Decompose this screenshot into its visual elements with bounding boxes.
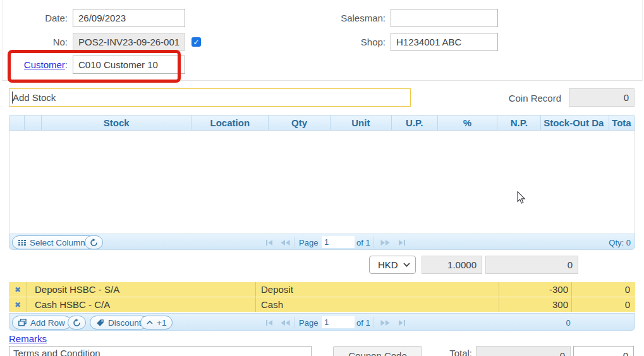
page-of-text: of 1 [356,238,370,247]
total-readonly-input [476,346,571,356]
prev-page-icon[interactable] [278,317,292,328]
add-row-label: Add Row [30,318,65,328]
currency-select[interactable]: HKD [369,256,416,274]
refresh-payments-button[interactable] [68,316,86,329]
payment-row[interactable]: ✖ Cash HSBC - C/A Cash 300 0 [9,297,635,312]
select-columns-button[interactable]: Select Columns [12,235,96,249]
column-header-blank1[interactable] [9,116,25,130]
pos-invoice-page: Date: No: ✓ Customer: Salesman: Shop: Co… [0,0,644,356]
column-header-total[interactable]: Tota [609,116,635,130]
payment-pager: Add Row Discount +1 Page of 1 0 [9,313,635,331]
payment-account-cell[interactable]: Cash HSBC - C/A [27,297,256,312]
date-label: Date: [13,13,68,23]
last-page-icon[interactable] [394,317,408,328]
last-page-icon[interactable] [394,237,408,248]
shop-label: Shop: [316,37,386,47]
page-number-input[interactable] [322,236,355,248]
first-page-icon[interactable] [263,237,277,248]
stock-grid-header: Stock Location Qty Unit U.P. % N.P. Stoc… [9,115,635,131]
column-header-blank2[interactable] [25,116,42,130]
currency-amount-input [485,256,578,274]
refresh-grid-button[interactable] [85,235,103,249]
add-row-icon [18,319,27,326]
discount-tag-icon [96,319,104,327]
discount-button[interactable]: Discount [90,316,148,329]
total-label: Total: [434,348,472,356]
column-header-stock-out-date[interactable]: Stock-Out Da [541,116,609,130]
plus-one-button[interactable]: +1 [140,316,173,329]
add-row-button[interactable]: Add Row [12,316,71,329]
payment-sum-text: 0 [553,318,583,328]
remarks-link[interactable]: Remarks [9,333,47,344]
salesman-input[interactable] [391,9,498,27]
text-caret [12,92,13,104]
invoice-no-input [73,33,185,51]
page-label: Page [299,238,318,247]
payment-amount2-cell[interactable]: 0 [572,282,635,297]
column-header-unit[interactable]: Unit [331,116,392,130]
column-header-np[interactable]: N.P. [497,116,541,130]
column-header-percent[interactable]: % [438,116,498,130]
coin-record-input [569,88,635,107]
payment-amount-cell[interactable]: 300 [499,297,572,312]
qty-summary: Qty: 0 [609,238,631,247]
refresh-icon [73,319,81,327]
page-number-input[interactable] [322,316,355,328]
next-page-icon[interactable] [378,237,392,248]
salesman-label: Salesman: [316,13,386,23]
payment-type-cell[interactable]: Cash [256,297,499,312]
prev-page-icon[interactable] [278,237,292,248]
column-header-stock[interactable]: Stock [42,116,192,130]
shop-input[interactable] [391,33,498,51]
delete-row-icon[interactable]: ✖ [9,282,27,297]
invoice-no-label: No: [13,37,68,47]
discount-label: Discount [108,318,142,328]
currency-value: HKD [378,259,398,270]
total-editable-input[interactable] [573,346,634,356]
column-header-qty[interactable]: Qty [269,116,331,130]
exchange-rate-input [422,256,482,274]
refresh-icon [90,239,98,247]
date-input[interactable] [73,9,185,27]
payment-amount-cell[interactable]: -300 [499,282,572,297]
chevron-down-icon [403,263,410,267]
auto-number-checkbox[interactable]: ✓ [191,37,201,47]
coin-record-label: Coin Record [487,93,561,104]
customer-input[interactable] [73,56,185,74]
customer-link[interactable]: Customer [24,59,65,70]
payment-row[interactable]: ✖ Deposit HSBC - S/A Deposit -300 0 [9,282,635,297]
column-header-location[interactable]: Location [191,116,269,130]
select-columns-label: Select Columns [30,238,90,247]
coupon-code-button[interactable]: Coupon Code [333,346,422,356]
next-page-icon[interactable] [378,317,392,328]
payment-amount2-cell[interactable]: 0 [572,297,635,312]
customer-label: Customer: [13,59,68,70]
chevron-up-icon [147,321,153,324]
terms-and-condition-textarea[interactable] [9,346,312,356]
payment-type-cell[interactable]: Deposit [256,282,499,297]
check-icon: ✓ [193,38,199,47]
stock-grid-pager: Select Columns Page of 1 Qty: 0 [9,234,635,250]
plus-one-label: +1 [157,318,166,328]
columns-grid-icon [18,240,26,246]
add-stock-input[interactable] [9,88,411,107]
column-header-up[interactable]: U.P. [392,116,438,130]
first-page-icon[interactable] [263,317,277,328]
page-of-text: of 1 [356,318,370,328]
delete-row-icon[interactable]: ✖ [9,297,27,312]
stock-grid-body-empty [9,131,635,234]
payment-account-cell[interactable]: Deposit HSBC - S/A [27,282,256,297]
page-label: Page [299,318,318,328]
payment-rows: ✖ Deposit HSBC - S/A Deposit -300 0 ✖ Ca… [9,282,635,312]
